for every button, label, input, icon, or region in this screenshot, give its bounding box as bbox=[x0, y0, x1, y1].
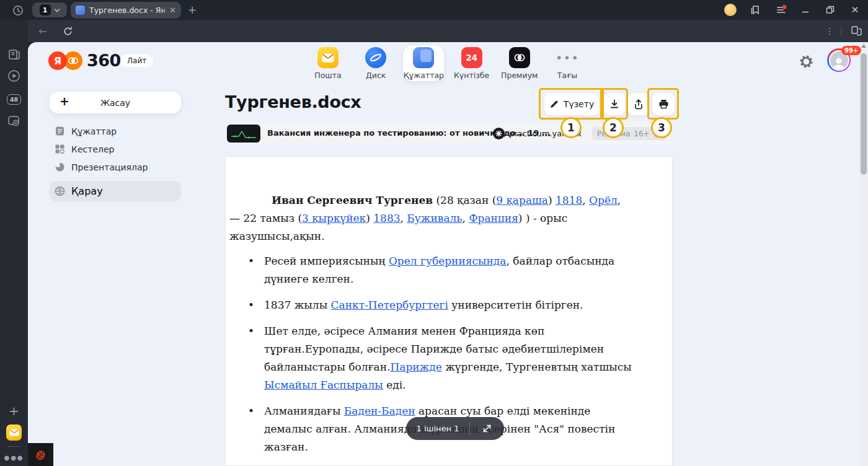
doc-link[interactable]: 1883 bbox=[373, 212, 400, 224]
reload-button[interactable] bbox=[60, 24, 75, 38]
documents-icon bbox=[413, 47, 434, 68]
sidebar-item-presentations[interactable]: Презентациялар bbox=[50, 158, 181, 176]
doc-text: (28 қазан ( bbox=[433, 194, 496, 206]
browser-menu-icon[interactable] bbox=[774, 2, 789, 17]
practicum-logo-icon bbox=[493, 128, 505, 139]
doc-link[interactable]: Орел губерниясында bbox=[389, 255, 507, 267]
feed-icon[interactable] bbox=[6, 46, 22, 61]
bookmarks-panel-icon[interactable] bbox=[748, 2, 763, 17]
history-icon[interactable] bbox=[11, 3, 25, 18]
docs-favicon-icon bbox=[76, 6, 85, 15]
doc-link[interactable]: Орёл bbox=[589, 194, 618, 206]
list-item: 1837 жылы Санкт-Петербургтегі университе… bbox=[229, 296, 634, 314]
doc-link[interactable]: Франция bbox=[469, 212, 518, 224]
doc-text: ) bbox=[548, 194, 556, 206]
share-icon bbox=[634, 99, 644, 110]
page-indicator-pill[interactable]: 1 ішінен 1 bbox=[406, 417, 504, 440]
tab-close-icon[interactable]: ✕ bbox=[169, 6, 176, 15]
doc-intro-paragraph: Иван Сергеевич Тургенев (28 қазан (9 қар… bbox=[229, 191, 634, 245]
tab-title: Тургенев.docx - Яндекс bbox=[89, 6, 165, 15]
browser-tab[interactable]: Тургенев.docx - Яндекс ✕ bbox=[71, 2, 181, 19]
callout-rect-3 bbox=[647, 88, 679, 120]
doc-text: еді. bbox=[383, 379, 406, 391]
browser-side-panel: 48 + ●●● bbox=[0, 20, 28, 466]
profile-avatar[interactable] bbox=[723, 2, 738, 17]
app-calendar[interactable]: 24 Күнтізбе bbox=[451, 45, 492, 81]
doc-link[interactable]: 3 қыркүйек bbox=[302, 212, 366, 224]
doc-title: Тургенев.docx bbox=[225, 92, 361, 112]
toolbar-menu-icon[interactable]: ⋮ bbox=[823, 25, 836, 37]
app-more[interactable]: ••• Тағы bbox=[547, 45, 588, 81]
callout-number-3: 3 bbox=[651, 117, 672, 138]
counter-badge[interactable]: 48 bbox=[6, 92, 22, 107]
notifications-badge: 99+ bbox=[841, 46, 861, 55]
share-button[interactable] bbox=[627, 92, 650, 116]
window-close-button[interactable]: ✕ bbox=[847, 2, 863, 17]
callout-rect-1 bbox=[539, 88, 604, 120]
doc-text: , bbox=[582, 194, 589, 206]
app-label: Диск bbox=[366, 71, 386, 80]
create-label: Жасау bbox=[100, 98, 130, 108]
tab-count-badge: 1 bbox=[40, 4, 51, 15]
window-minimize-button[interactable] bbox=[797, 2, 813, 17]
back-button[interactable]: ← bbox=[35, 24, 50, 38]
callout-number-1: 1 bbox=[560, 117, 582, 138]
scrollbar-thumb[interactable] bbox=[861, 53, 867, 175]
sidebar-item-tables[interactable]: Кестелер bbox=[50, 140, 181, 158]
video-play-icon[interactable] bbox=[6, 68, 22, 84]
window-restore-button[interactable] bbox=[822, 2, 838, 17]
premium-icon bbox=[509, 47, 530, 68]
yandex-logo-icon[interactable]: Я bbox=[48, 51, 67, 70]
screenshot-icon[interactable] bbox=[6, 113, 22, 128]
browser-toolbar: ← docs.yandex.ru Тургенев.docx - Яндекс … bbox=[28, 20, 868, 42]
disk-icon bbox=[365, 47, 386, 68]
plan-badge: Лайт bbox=[120, 55, 153, 67]
yandex-mail-app-icon[interactable] bbox=[6, 424, 22, 440]
scrollbar-up-arrow[interactable] bbox=[861, 44, 866, 48]
tab-group-button[interactable]: 1 bbox=[32, 2, 67, 17]
app-label: Күнтізбе bbox=[454, 71, 489, 80]
doc-link[interactable]: 1818 bbox=[556, 194, 582, 206]
app-label: Пошта bbox=[314, 71, 341, 80]
doc-text: 1837 жылы bbox=[264, 299, 331, 311]
fullscreen-expand-icon[interactable] bbox=[470, 423, 504, 434]
app-documents[interactable]: Құжаттар bbox=[403, 45, 444, 81]
browser-tab-strip: 1 Тургенев.docx - Яндекс ✕ + ✕ bbox=[0, 0, 868, 20]
callout-rect-2 bbox=[600, 88, 628, 120]
app-premium[interactable]: Премиум bbox=[499, 45, 540, 81]
app-disk[interactable]: Диск bbox=[355, 45, 396, 81]
doc-link[interactable]: Парижде bbox=[390, 361, 441, 373]
more-apps-icon: ••• bbox=[557, 47, 578, 68]
chevron-down-icon bbox=[54, 8, 60, 12]
settings-gear-icon[interactable] bbox=[799, 54, 814, 72]
doc-link[interactable]: Ысмайыл Ғаспыралы bbox=[264, 379, 383, 391]
doc-text: Алманиядағы bbox=[264, 405, 344, 417]
ad-thumbnail bbox=[227, 125, 260, 143]
add-panel-icon[interactable]: + bbox=[6, 403, 22, 418]
doc-text: Ресей империясының bbox=[264, 255, 389, 267]
scrollbar[interactable] bbox=[859, 42, 868, 466]
doc-link[interactable]: Буживаль bbox=[407, 212, 462, 224]
doc-link[interactable]: 9 қараша bbox=[496, 194, 548, 206]
sidebar-item-documents[interactable]: Құжаттар bbox=[50, 122, 181, 140]
app-label: Тағы bbox=[557, 71, 578, 80]
create-button[interactable]: + Жасау bbox=[50, 92, 181, 113]
list-item: Ресей империясының Орел губерниясында, б… bbox=[229, 252, 634, 288]
sidebar-item-label: Құжаттар bbox=[71, 126, 117, 136]
doc-text: жүргенде, Тургеневтың хатшысы bbox=[442, 361, 632, 373]
calendar-icon: 24 bbox=[461, 47, 482, 68]
sidebar-item-label: Қарау bbox=[71, 185, 103, 197]
doc-link[interactable]: Баден-Баден bbox=[344, 405, 415, 417]
sidebar-more-icon[interactable]: ●●● bbox=[6, 450, 22, 465]
collections-icon[interactable] bbox=[849, 24, 864, 38]
doc-link[interactable]: Санкт-Петербургтегі bbox=[331, 299, 448, 311]
toolbar-divider bbox=[841, 26, 841, 36]
globe-icon bbox=[55, 186, 65, 196]
doc-text: университетін бітірген. bbox=[448, 299, 583, 311]
app-label: Премиум bbox=[501, 71, 538, 80]
sidebar-item-view[interactable]: Қарау bbox=[50, 181, 181, 201]
pie-chart-icon bbox=[55, 162, 65, 172]
app-mail[interactable]: Пошта bbox=[308, 45, 348, 81]
brand-360-text: 360 bbox=[87, 51, 121, 70]
new-tab-button[interactable]: + bbox=[185, 3, 199, 17]
